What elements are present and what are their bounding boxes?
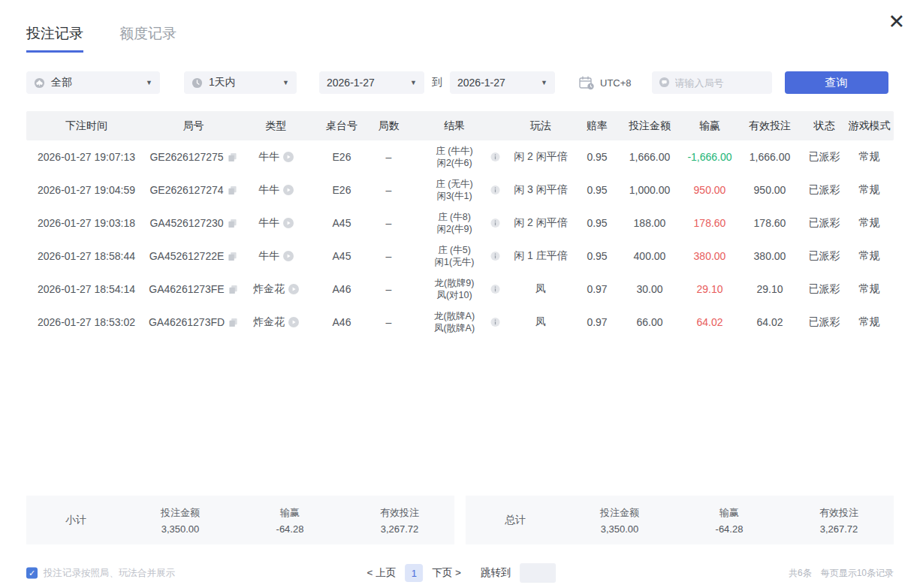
cell-valid-bet: 1,666.00 [736, 151, 804, 163]
tab-bet-records[interactable]: 投注记录 [26, 24, 83, 53]
prev-page-button[interactable]: < 上页 [367, 566, 397, 580]
cell-round-id: GE2626127275 [146, 151, 240, 163]
subtotal-panel: 小计 投注金额 3,350.00 输赢 -64.28 有效投注 3,267.72 [26, 496, 454, 544]
cell-odds: 0.95 [578, 151, 616, 163]
cell-game-mode: 常规 [845, 183, 894, 197]
cell-valid-bet: 29.10 [736, 283, 804, 295]
calendar-clock-icon[interactable] [579, 76, 595, 90]
subtotal-bet: 投注金额 3,350.00 [125, 506, 235, 535]
cell-result: 庄 (牛8) 闲2(牛9) [406, 211, 503, 236]
tabs: 投注记录 额度记录 [26, 24, 176, 53]
column-header: 赔率 [578, 119, 616, 133]
play-icon[interactable] [283, 152, 294, 162]
time-range-value: 1天内 [209, 76, 236, 89]
table-header: 下注时间局号类型桌台号局数结果玩法赔率投注金额输赢有效投注状态游戏模式 [26, 111, 894, 140]
bet-records-dialog: ✕ 投注记录 额度记录 全部 ▼ 1天内 ▼ 2026-1-27 ▼ 到 202… [0, 0, 923, 588]
close-icon[interactable]: ✕ [888, 12, 905, 32]
cell-valid-bet: 950.00 [736, 184, 804, 196]
cell-game-type: 牛牛 [240, 249, 312, 263]
summary-section: 小计 投注金额 3,350.00 输赢 -64.28 有效投注 3,267.72… [26, 496, 894, 544]
cell-round-id: GA4526127230 [146, 217, 240, 229]
cell-table-no: E26 [312, 184, 372, 196]
winloss-value: 950.00 [694, 184, 726, 196]
play-icon[interactable] [283, 218, 294, 228]
chevron-down-icon: ▼ [541, 79, 547, 86]
cell-rounds: – [372, 316, 406, 328]
column-header: 输赢 [683, 119, 736, 133]
copy-icon[interactable] [228, 152, 237, 162]
info-icon[interactable] [490, 219, 500, 228]
cell-round-id: GE2626127274 [146, 184, 240, 196]
cell-bet-amount: 66.00 [616, 316, 683, 328]
info-icon[interactable] [490, 285, 500, 294]
cell-status: 已派彩 [804, 315, 845, 329]
game-type-select[interactable]: 全部 ▼ [26, 71, 160, 94]
cell-table-no: A46 [312, 316, 372, 328]
cell-odds: 0.97 [578, 283, 616, 295]
cell-valid-bet: 178.60 [736, 217, 804, 229]
play-icon[interactable] [283, 251, 294, 261]
cell-game-type: 牛牛 [240, 150, 312, 164]
tab-quota-records[interactable]: 额度记录 [119, 24, 176, 53]
cell-bet-time: 2026-01-27 19:03:18 [26, 217, 146, 229]
cell-round-id: GA452612722E [146, 250, 240, 262]
cell-table-no: A45 [312, 250, 372, 262]
date-to-select[interactable]: 2026-1-27 ▼ [450, 71, 555, 94]
jump-to-label: 跳转到 [481, 566, 511, 580]
cell-game-type: 炸金花 [240, 282, 312, 296]
copy-icon[interactable] [228, 318, 238, 327]
copy-icon[interactable] [228, 219, 237, 228]
current-page-indicator[interactable]: 1 [405, 564, 423, 582]
cell-play: 闲 1 庄平倍 [503, 249, 578, 263]
column-header: 投注金额 [616, 119, 683, 133]
pagination: < 上页 1 下页 > 跳转到 [367, 563, 557, 583]
info-icon[interactable] [490, 318, 500, 327]
cell-game-type: 炸金花 [240, 315, 312, 329]
info-icon[interactable] [490, 152, 500, 162]
merge-checkbox[interactable]: ✓ [26, 568, 38, 579]
cell-bet-amount: 188.00 [616, 217, 683, 229]
winloss-value: 178.60 [694, 217, 726, 229]
cell-table-no: E26 [312, 151, 372, 163]
cell-game-mode: 常规 [845, 150, 894, 164]
copy-icon[interactable] [228, 252, 237, 261]
next-page-button[interactable]: 下页 > [432, 566, 461, 580]
info-icon[interactable] [490, 185, 500, 195]
date-from-value: 2026-1-27 [327, 77, 375, 89]
cell-odds: 0.97 [578, 316, 616, 328]
winloss-value: 380.00 [694, 250, 726, 262]
cell-result: 庄 (牛牛) 闲2(牛6) [406, 145, 503, 170]
cell-play: 闲 3 闲平倍 [503, 183, 578, 197]
date-from-select[interactable]: 2026-1-27 ▼ [319, 71, 424, 94]
copy-icon[interactable] [228, 285, 238, 294]
jump-to-page-input[interactable] [520, 563, 556, 583]
cell-bet-amount: 1,666.00 [616, 151, 683, 163]
filter-bar: 全部 ▼ 1天内 ▼ 2026-1-27 ▼ 到 2026-1-27 ▼ UTC… [26, 71, 888, 94]
chevron-down-icon: ▼ [146, 79, 152, 86]
cell-rounds: – [372, 151, 406, 163]
copy-icon[interactable] [228, 185, 237, 195]
play-icon[interactable] [288, 317, 299, 327]
info-icon[interactable] [490, 252, 500, 261]
cell-game-type: 牛牛 [240, 216, 312, 230]
play-icon[interactable] [283, 185, 294, 195]
chevron-down-icon: ▼ [410, 79, 417, 86]
total-label: 总计 [466, 514, 565, 527]
cell-bet-time: 2026-01-27 18:54:14 [26, 283, 146, 295]
cell-rounds: – [372, 217, 406, 229]
query-button[interactable]: 查询 [785, 71, 888, 94]
round-number-input[interactable] [652, 71, 772, 94]
cell-rounds: – [372, 283, 406, 295]
column-header: 状态 [804, 119, 845, 133]
merge-checkbox-label: 投注记录按照局、玩法合并展示 [44, 567, 175, 580]
column-header: 桌台号 [312, 119, 372, 133]
subtotal-label: 小计 [26, 514, 125, 527]
column-header: 玩法 [503, 119, 578, 133]
column-header: 游戏模式 [845, 119, 894, 133]
total-count-text: 共6条 [789, 567, 812, 580]
timezone-indicator: UTC+8 [579, 76, 632, 90]
play-icon[interactable] [288, 284, 299, 294]
column-header: 下注时间 [26, 119, 146, 133]
cell-odds: 0.95 [578, 217, 616, 229]
time-range-select[interactable]: 1天内 ▼ [184, 71, 297, 94]
